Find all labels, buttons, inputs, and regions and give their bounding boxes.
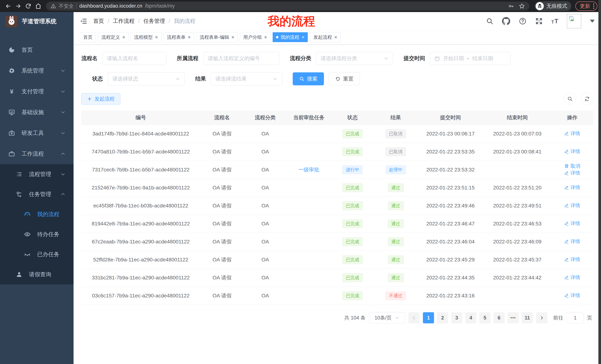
scrollbar[interactable] [598,0,601,364]
address-bar[interactable]: 不安全 dashboard.yudao.iocoder.cn /bpm/task… [46,2,530,10]
bookmark-star-icon[interactable] [519,3,525,9]
column-header: 流程名 [200,113,244,123]
cell-end-time: 2022-01-23 00:07:03 [483,129,551,138]
view-tab[interactable]: 流程表单× [164,32,194,42]
tab-close-icon[interactable]: × [231,35,234,40]
sidebar-item-devtools[interactable]: 研发工具 [0,123,74,144]
page-button[interactable]: 4 [465,312,476,323]
show-search-button[interactable] [564,93,576,105]
detail-link[interactable]: 详情 [564,170,580,176]
sidebar-collapse-icon[interactable] [80,17,88,25]
next-page-button[interactable] [536,312,547,323]
cancel-link[interactable]: 取消 [564,163,580,169]
detail-link[interactable]: 详情 [564,256,580,263]
create-process-button[interactable]: 发起流程 [81,93,120,105]
page-size-select[interactable]: 10条/页 [369,312,405,323]
view-tab[interactable]: 流程表单-编辑× [196,32,238,42]
tab-close-icon[interactable]: × [301,35,304,40]
table-row: 2152467e-7b9b-11ec-9a1b-acde48001122OA 请… [81,179,593,197]
tab-label: 首页 [83,34,92,40]
sidebar-item-todo-tasks[interactable]: 待办任务 [0,224,74,244]
detail-link[interactable]: 详情 [564,148,580,155]
update-button[interactable]: 更新 [575,1,597,11]
home-icon[interactable] [34,2,43,10]
view-tab[interactable]: 用户分组× [240,32,270,42]
page-button[interactable]: 5 [479,312,491,323]
status-select[interactable]: 请选择状态 [108,72,185,85]
sidebar-item-leave-query[interactable]: 请假查询 [0,264,74,284]
breadcrumb-item[interactable]: 首页 [93,18,104,25]
result-select[interactable]: 请选择流结果 [211,72,282,85]
app-logo[interactable]: 芋道管理系统 [0,12,74,31]
avatar[interactable] [567,14,581,29]
detail-link-label: 详情 [571,148,580,155]
detail-link-label: 详情 [571,220,580,227]
reset-button[interactable]: 重置 [329,72,360,85]
tab-close-icon[interactable]: × [188,35,191,40]
prev-page-button[interactable] [408,312,420,323]
pages-ellipsis[interactable]: ••• [508,312,519,323]
process-name-input[interactable] [102,52,166,65]
refresh-button[interactable] [581,93,593,105]
detail-link[interactable]: 详情 [564,220,580,227]
view-tab[interactable]: 我的流程× [273,32,308,42]
view-tab[interactable]: 首页 [80,32,96,42]
breadcrumb-item[interactable]: 工作流程 [113,18,134,25]
avatar-dropdown-icon[interactable] [590,20,595,23]
sidebar-item-infrastructure[interactable]: 基础设施 [0,102,74,123]
tab-close-icon[interactable]: × [155,35,158,40]
page-button[interactable]: 1 [423,312,434,323]
approval-task-link[interactable]: 一级审批 [299,167,319,172]
table-row: 331bc281-7b9a-11ec-a290-acde48001122OA 请… [81,269,593,287]
detail-link[interactable]: 详情 [564,130,580,137]
process-name-label: 流程名 [81,55,98,62]
help-icon[interactable] [519,17,527,25]
submit-time-range-picker[interactable]: 开始日期 - 结束日期 [430,52,511,65]
fullscreen-icon[interactable] [535,17,543,25]
process-category-select[interactable]: 请选择流程分类 [316,52,393,65]
detail-link[interactable]: 详情 [564,238,580,245]
briefcase-icon [8,150,15,157]
search-button[interactable]: 搜索 [293,72,324,85]
incognito-label: 无痕模式 [546,3,567,10]
page-button[interactable]: 2 [437,312,448,323]
sidebar-item-done-tasks[interactable]: 已办任务 [0,244,74,264]
tab-close-icon[interactable]: × [122,35,125,40]
breadcrumb-separator: / [169,18,170,24]
sidebar-item-process-management[interactable]: 流程管理 [0,164,74,184]
forward-icon[interactable] [14,2,23,10]
page-button[interactable]: 6 [493,312,505,323]
result-label: 结果 [195,75,206,83]
sidebar-item-my-process[interactable]: 我的流程 [0,204,74,224]
process-definition-input[interactable] [203,52,279,65]
sidebar-item-home[interactable]: 首页 [0,39,74,60]
breadcrumb-item: 我的流程 [174,18,195,25]
detail-link[interactable]: 详情 [564,292,580,299]
sidebar-item-workflow[interactable]: 工作流程 [0,144,74,164]
github-icon[interactable] [502,17,510,25]
detail-link[interactable]: 详情 [564,184,580,191]
browser-menu-icon[interactable] [593,3,594,9]
view-tab[interactable]: 流程定义× [98,32,129,42]
goto-page-input[interactable]: 1 [567,312,584,323]
search-icon[interactable] [486,18,493,25]
tab-close-icon[interactable]: × [264,35,267,40]
font-size-icon[interactable]: TT [551,18,558,25]
sidebar-item-payment[interactable]: ¥ 支付管理 [0,81,74,102]
page-button[interactable]: 11 [522,312,533,323]
key-icon[interactable] [508,3,514,9]
chevron-down-icon [384,56,389,61]
back-icon[interactable] [4,2,13,10]
view-tab[interactable]: 发起流程× [310,32,341,42]
page-button[interactable]: 3 [451,312,462,323]
detail-link[interactable]: 详情 [564,274,580,281]
cell-process-name: OA 请假 [200,237,244,247]
breadcrumb-item[interactable]: 任务管理 [143,18,165,25]
sidebar-item-system[interactable]: 系统管理 [0,60,74,81]
reload-icon[interactable] [24,2,33,10]
detail-link[interactable]: 详情 [564,202,580,209]
view-tab[interactable]: 流程模型× [131,32,161,42]
cell-approval-task [287,276,331,279]
sidebar-item-task-management[interactable]: 任务管理 [0,184,74,204]
tab-close-icon[interactable]: × [334,35,337,40]
